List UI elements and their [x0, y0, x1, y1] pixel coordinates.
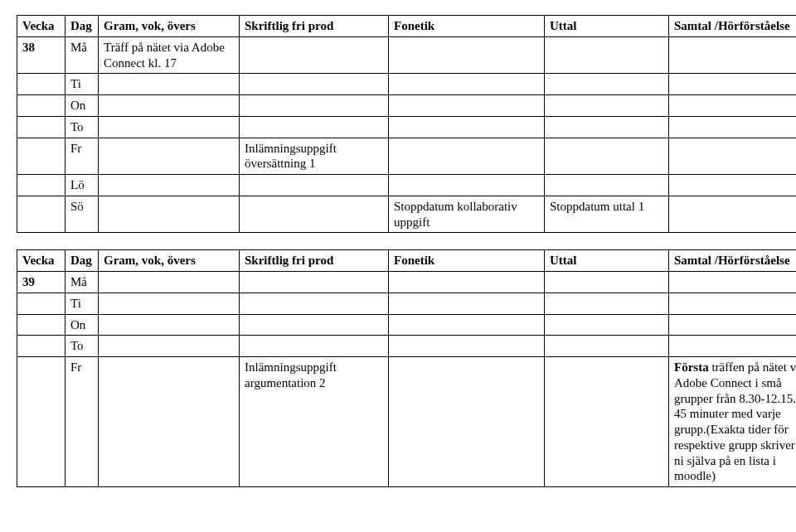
- cell: [389, 116, 545, 138]
- cell: Fr: [66, 138, 99, 175]
- cell: [240, 74, 389, 95]
- col-skrift: Skriftlig fri prod: [240, 16, 389, 37]
- cell: [17, 95, 66, 117]
- cell: [389, 314, 545, 336]
- col-samtal: Samtal /Hörförståelse: [669, 250, 797, 272]
- cell: Må: [66, 272, 99, 293]
- cell: [545, 314, 669, 336]
- cell: [669, 138, 797, 175]
- table-row: Lö: [17, 175, 797, 196]
- cell: [240, 95, 389, 117]
- cell: Träff på nätet via Adobe Connect kl. 17: [99, 36, 240, 74]
- cell: [99, 336, 240, 357]
- cell: [240, 272, 389, 293]
- cell: [389, 272, 545, 293]
- cell: [669, 116, 797, 138]
- cell: [17, 116, 66, 138]
- cell: To: [66, 116, 99, 138]
- col-vecka: Vecka: [17, 250, 66, 272]
- cell: [669, 175, 797, 196]
- cell: [545, 272, 669, 293]
- cell: [669, 36, 797, 74]
- cell: [545, 36, 669, 74]
- cell: [17, 336, 66, 357]
- table-header: Vecka Dag Gram, vok, övers Skriftlig fri…: [17, 250, 797, 272]
- schedule-table-38: Vecka Dag Gram, vok, övers Skriftlig fri…: [17, 15, 796, 233]
- cell: [99, 138, 240, 175]
- col-vecka: Vecka: [17, 16, 66, 37]
- cell: [99, 95, 240, 117]
- cell: [545, 95, 669, 117]
- cell: [389, 138, 545, 175]
- cell: [389, 336, 545, 357]
- cell: [669, 314, 797, 336]
- col-gram: Gram, vok, övers: [99, 16, 240, 37]
- col-skrift: Skriftlig fri prod: [240, 250, 389, 272]
- bold-word: Första: [674, 360, 709, 374]
- table-header: Vecka Dag Gram, vok, övers Skriftlig fri…: [17, 16, 797, 37]
- table-row: On: [17, 314, 797, 336]
- table-row: Sö Stoppdatum kollaborativ uppgift Stopp…: [17, 196, 797, 233]
- cell: Fr: [66, 357, 99, 487]
- col-fonetik: Fonetik: [389, 16, 545, 37]
- cell: [240, 293, 389, 314]
- cell: [99, 314, 240, 336]
- cell: Stoppdatum uttal 1: [545, 196, 669, 233]
- cell: [240, 314, 389, 336]
- cell: To: [66, 336, 99, 357]
- page: Vecka Dag Gram, vok, övers Skriftlig fri…: [0, 0, 796, 520]
- cell: [389, 175, 545, 196]
- table-row: To: [17, 336, 797, 357]
- cell: [545, 116, 669, 138]
- table-row: Ti: [17, 293, 797, 314]
- cell: [240, 196, 389, 233]
- col-dag: Dag: [66, 16, 99, 37]
- cell: 39: [17, 272, 66, 293]
- table-row: 38 Må Träff på nätet via Adobe Connect k…: [17, 36, 797, 74]
- schedule-table-39: Vecka Dag Gram, vok, övers Skriftlig fri…: [17, 249, 796, 487]
- cell: [17, 175, 66, 196]
- col-uttal: Uttal: [545, 250, 669, 272]
- cell: [240, 116, 389, 138]
- cell: [545, 175, 669, 196]
- cell: [17, 357, 66, 487]
- cell: [240, 175, 389, 196]
- cell: [99, 272, 240, 293]
- cell: [240, 36, 389, 74]
- cell: On: [66, 314, 99, 336]
- cell: Ti: [66, 293, 99, 314]
- table-row: Fr Inlämningsuppgift översättning 1: [17, 138, 797, 175]
- cell: Inlämningsuppgift argumentation 2: [240, 357, 389, 487]
- cell: [669, 196, 797, 233]
- cell: [99, 293, 240, 314]
- cell: [669, 272, 797, 293]
- cell: On: [66, 95, 99, 117]
- table-row: Ti: [17, 74, 797, 95]
- cell-samtal-note: Första träffen på nätet via Adobe Connec…: [669, 357, 797, 487]
- table-row: On: [17, 95, 797, 117]
- cell: [669, 336, 797, 357]
- cell: [389, 74, 545, 95]
- cell: [17, 293, 66, 314]
- cell: Må: [66, 36, 99, 74]
- table-row: 39 Må: [17, 272, 797, 293]
- col-dag: Dag: [66, 250, 99, 272]
- col-gram: Gram, vok, övers: [99, 250, 240, 272]
- cell: [389, 36, 545, 74]
- col-samtal: Samtal /Hörförståelse: [669, 16, 797, 37]
- cell: Stoppdatum kollaborativ uppgift: [389, 196, 545, 233]
- table-row: Fr Inlämningsuppgift argumentation 2 För…: [17, 357, 797, 487]
- cell: [389, 357, 545, 487]
- cell: [17, 314, 66, 336]
- cell: 38: [17, 36, 66, 74]
- cell: Inlämningsuppgift översättning 1: [240, 138, 389, 175]
- cell: [545, 357, 669, 487]
- note-rest: träffen på nätet via Adobe Connect i små…: [674, 360, 796, 482]
- cell: [545, 293, 669, 314]
- cell: [669, 95, 797, 117]
- cell: [545, 336, 669, 357]
- cell: Lö: [66, 175, 99, 196]
- cell: [669, 74, 797, 95]
- cell: [17, 74, 66, 95]
- cell: Sö: [66, 196, 99, 233]
